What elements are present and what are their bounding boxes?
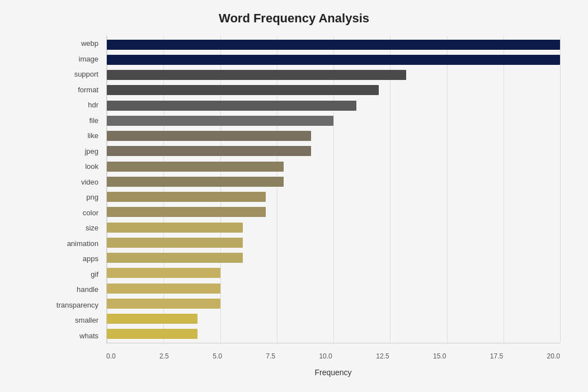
x-tick: 0.0	[106, 352, 116, 360]
bar-row	[107, 281, 560, 296]
bar	[107, 40, 560, 50]
bar	[107, 253, 243, 263]
x-tick: 5.0	[213, 352, 222, 360]
y-label: handle	[56, 282, 102, 297]
y-label: video	[56, 174, 102, 190]
y-labels: webpimagesupportformathdrfilelikejpegloo…	[56, 36, 106, 343]
x-tick: 10.0	[319, 352, 332, 360]
bar-row	[107, 220, 560, 235]
bar-row	[107, 205, 560, 220]
bar	[107, 223, 243, 233]
y-label: hdr	[56, 97, 102, 113]
y-label: image	[56, 51, 102, 67]
y-label: support	[56, 67, 102, 82]
bar	[107, 314, 197, 324]
x-tick: 17.5	[490, 352, 503, 360]
y-label: smaller	[56, 313, 102, 328]
bar	[107, 116, 333, 126]
y-label: format	[56, 82, 102, 98]
bar-row	[107, 37, 560, 52]
bar-row	[107, 113, 560, 128]
bar-row	[107, 266, 560, 281]
x-tick: 7.5	[266, 352, 275, 360]
y-label: webp	[56, 36, 102, 51]
bar	[107, 55, 560, 65]
bar-row	[107, 83, 560, 98]
y-label: size	[56, 220, 102, 236]
bar-row	[107, 251, 560, 266]
bar-row	[107, 296, 560, 311]
bar-row	[107, 98, 560, 113]
y-label: gif	[56, 267, 102, 282]
bar-row	[107, 311, 560, 327]
bar	[107, 131, 311, 141]
bar	[107, 192, 266, 202]
bar-row	[107, 129, 560, 144]
bar-row	[107, 144, 560, 159]
y-label: look	[56, 159, 102, 174]
bar	[107, 207, 266, 217]
x-tick: 12.5	[376, 352, 389, 360]
bar-row	[107, 159, 560, 174]
x-tick: 2.5	[159, 352, 169, 360]
bar-row	[107, 235, 560, 250]
bar	[107, 177, 284, 187]
x-axis-label: Frequency	[106, 368, 560, 377]
bar-row	[107, 174, 560, 189]
bar	[107, 70, 406, 80]
x-tick: 15.0	[433, 352, 446, 360]
y-label: color	[56, 205, 102, 221]
bars-area	[106, 36, 560, 343]
y-label: transparency	[56, 297, 102, 313]
bar	[107, 162, 284, 172]
chart-container: Word Frequency Analysis webpimagesupport…	[0, 0, 588, 392]
bar-row	[107, 68, 560, 83]
y-label: png	[56, 190, 102, 205]
y-label: like	[56, 128, 102, 144]
bar	[107, 299, 220, 309]
y-label: whats	[56, 328, 102, 344]
bar-row	[107, 327, 560, 342]
x-tick: 20.0	[547, 352, 560, 360]
bar-row	[107, 190, 560, 205]
chart-title: Word Frequency Analysis	[22, 11, 566, 26]
y-label: animation	[56, 236, 102, 252]
x-ticks: 0.02.55.07.510.012.515.017.520.0	[106, 352, 560, 360]
bar	[107, 238, 243, 248]
y-label: file	[56, 113, 102, 129]
bar	[107, 284, 220, 294]
bar	[107, 146, 311, 156]
bar	[107, 101, 356, 111]
bar-row	[107, 52, 560, 67]
y-label: apps	[56, 251, 102, 267]
bar	[107, 85, 379, 95]
bar	[107, 329, 197, 339]
bar	[107, 268, 220, 278]
y-label: jpeg	[56, 144, 102, 159]
